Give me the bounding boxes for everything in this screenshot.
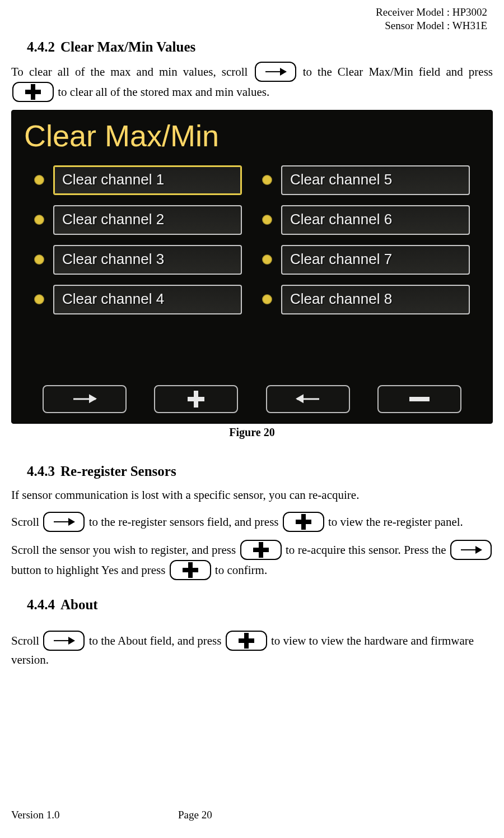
status-dot-icon (262, 294, 272, 304)
section-title-443: Re-register Sensors (60, 464, 176, 479)
bottom-button-bar (12, 385, 492, 413)
paragraph-443-1: If sensor communication is lost with a s… (11, 486, 493, 504)
plus-icon (240, 540, 282, 560)
arrow-right-icon (255, 62, 296, 82)
clear-channel-button[interactable]: Clear channel 2 (53, 205, 242, 235)
paragraph-444: Scroll to the About field, and press to … (11, 631, 493, 669)
heading-443: 4.4.3Re-register Sensors (27, 464, 493, 479)
screen-title: Clear Max/Min (12, 110, 492, 165)
figure-20-screenshot: Clear Max/Min Clear channel 1 Clear chan… (11, 110, 493, 424)
arrow-right-icon (43, 631, 85, 651)
section-title-444: About (60, 597, 98, 612)
channel-columns: Clear channel 1 Clear channel 2 Clear ch… (12, 165, 492, 314)
channel-row: Clear channel 6 (262, 205, 470, 235)
nav-minus-button[interactable] (377, 385, 461, 413)
channel-row: Clear channel 1 (34, 165, 242, 195)
plus-icon (283, 512, 324, 532)
page-header: Receiver Model : HP3002 Sensor Model : W… (11, 6, 493, 33)
nav-right-button[interactable] (43, 385, 127, 413)
clear-channel-button[interactable]: Clear channel 5 (281, 165, 470, 195)
section-title-442: Clear Max/Min Values (60, 39, 195, 54)
arrow-left-icon (297, 398, 319, 400)
channel-row: Clear channel 3 (34, 245, 242, 275)
channel-row: Clear channel 7 (262, 245, 470, 275)
status-dot-icon (34, 254, 44, 265)
heading-442: 4.4.2Clear Max/Min Values (27, 39, 493, 55)
page-number: Page 20 (178, 809, 212, 821)
sensor-model: Sensor Model : WH31E (11, 19, 487, 33)
version-label: Version 1.0 (11, 809, 60, 821)
plus-icon (170, 560, 211, 580)
nav-left-button[interactable] (266, 385, 350, 413)
figure-caption: Figure 20 (11, 426, 493, 439)
arrow-right-icon (450, 540, 492, 560)
channel-row: Clear channel 8 (262, 285, 470, 314)
arrow-right-icon (73, 398, 96, 400)
section-no-444: 4.4.4 (27, 597, 55, 612)
clear-channel-button[interactable]: Clear channel 6 (281, 205, 470, 235)
page-footer: Version 1.0 Page 20 (11, 809, 493, 821)
minus-icon (409, 397, 430, 401)
section-no-442: 4.4.2 (27, 39, 55, 54)
clear-channel-button[interactable]: Clear channel 3 (53, 245, 242, 275)
right-column: Clear channel 5 Clear channel 6 Clear ch… (262, 165, 470, 314)
clear-channel-button[interactable]: Clear channel 8 (281, 285, 470, 314)
receiver-model: Receiver Model : HP3002 (11, 6, 487, 19)
plus-icon (226, 631, 267, 651)
status-dot-icon (262, 215, 272, 225)
clear-channel-button[interactable]: Clear channel 1 (53, 165, 242, 195)
status-dot-icon (34, 294, 44, 304)
paragraph-443-3: Scroll the sensor you wish to register, … (11, 540, 493, 580)
status-dot-icon (34, 215, 44, 225)
channel-row: Clear channel 2 (34, 205, 242, 235)
section-no-443: 4.4.3 (27, 464, 55, 479)
status-dot-icon (262, 254, 272, 265)
clear-channel-button[interactable]: Clear channel 4 (53, 285, 242, 314)
paragraph-442: To clear all of the max and min values, … (11, 62, 493, 102)
paragraph-443-2: Scroll to the re-register sensors field,… (11, 512, 493, 532)
arrow-right-icon (43, 512, 85, 532)
channel-row: Clear channel 4 (34, 285, 242, 314)
channel-row: Clear channel 5 (262, 165, 470, 195)
clear-channel-button[interactable]: Clear channel 7 (281, 245, 470, 275)
heading-444: 4.4.4About (27, 597, 493, 613)
left-column: Clear channel 1 Clear channel 2 Clear ch… (34, 165, 242, 314)
nav-plus-button[interactable] (154, 385, 238, 413)
status-dot-icon (34, 175, 44, 185)
status-dot-icon (262, 175, 272, 185)
plus-icon (12, 82, 54, 102)
plus-icon (188, 391, 204, 408)
